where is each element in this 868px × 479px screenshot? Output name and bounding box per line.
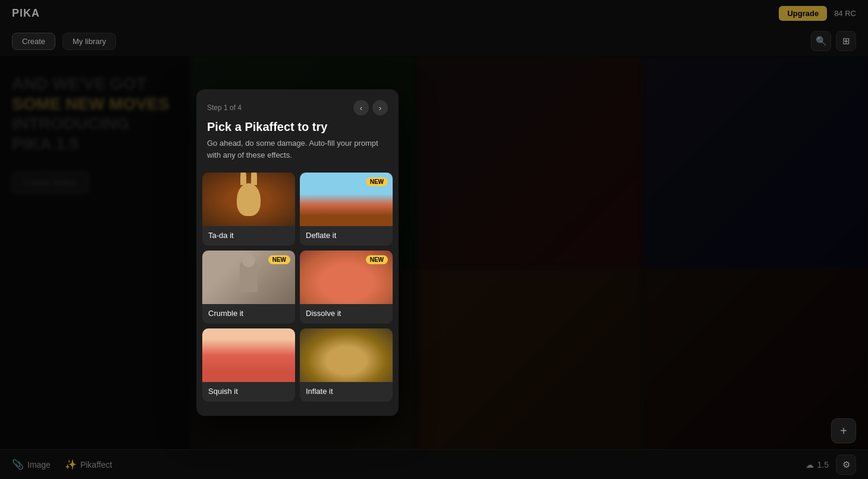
modal-prev-button[interactable]: ‹ [353, 100, 369, 115]
effect-label-crumble: Crumble it [202, 304, 295, 324]
effect-label-dissolve: Dissolve it [300, 304, 393, 324]
effect-thumb-tada [202, 173, 295, 226]
effect-card-squish[interactable]: Squish it [202, 328, 295, 402]
new-badge-dissolve: NEW [366, 255, 388, 264]
modal-overlay[interactable] [0, 0, 868, 479]
modal-step: Step 1 of 4 ‹ › [207, 100, 388, 115]
bunny-illustration [237, 183, 261, 216]
modal-title: Pick a Pikaffect to try [207, 120, 388, 134]
modal-description: Go ahead, do some damage. Auto-fill your… [207, 137, 388, 161]
effect-card-inflate[interactable]: Inflate it [300, 328, 393, 402]
effect-label-deflate: Deflate it [300, 226, 393, 246]
effect-label-squish: Squish it [202, 382, 295, 402]
effect-card-tada[interactable]: Ta-da it [202, 173, 295, 246]
effect-label-inflate: Inflate it [300, 382, 393, 402]
pikaffect-modal: Step 1 of 4 ‹ › Pick a Pikaffect to try … [196, 89, 399, 416]
effect-card-deflate[interactable]: NEW Deflate it [300, 173, 393, 246]
effect-thumb-dissolve: NEW [300, 251, 393, 304]
effect-thumb-squish [202, 328, 295, 382]
effect-thumb-deflate: NEW [300, 173, 393, 226]
effect-label-tada: Ta-da it [202, 226, 295, 246]
new-badge-deflate: NEW [366, 177, 388, 186]
modal-next-button[interactable]: › [372, 100, 388, 115]
modal-navigation: ‹ › [353, 100, 388, 115]
modal-header: Step 1 of 4 ‹ › Pick a Pikaffect to try … [196, 89, 399, 168]
effect-thumb-crumble: NEW [202, 251, 295, 304]
statue-illustration [240, 262, 258, 292]
effect-card-dissolve[interactable]: NEW Dissolve it [300, 251, 393, 324]
new-badge-crumble: NEW [268, 255, 290, 264]
effect-grid: Ta-da it NEW Deflate it NEW Crumble it N… [196, 168, 399, 406]
effect-card-crumble[interactable]: NEW Crumble it [202, 251, 295, 324]
effect-thumb-inflate [300, 328, 393, 382]
